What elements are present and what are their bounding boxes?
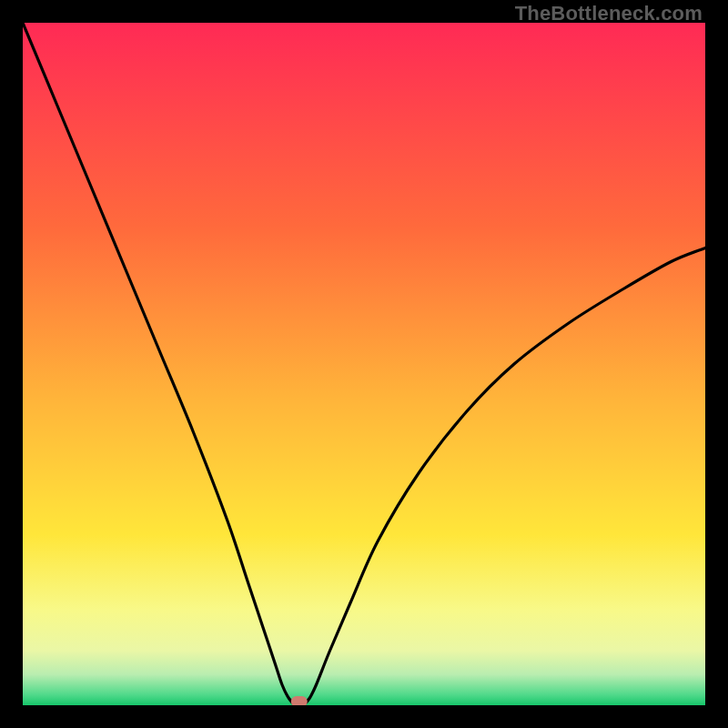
valley-marker	[291, 696, 308, 705]
plot-frame	[23, 23, 705, 705]
bottleneck-curve	[23, 23, 705, 705]
